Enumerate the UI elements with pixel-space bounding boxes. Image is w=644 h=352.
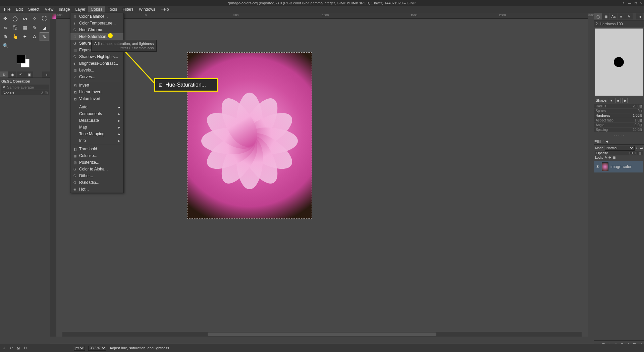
menu-item-threshold[interactable]: ◧Threshold...	[70, 146, 123, 152]
menu-item-desaturate[interactable]: Desaturate▸	[70, 117, 123, 124]
layer-thumbnail[interactable]	[602, 162, 608, 171]
menu-view[interactable]: View	[42, 6, 56, 12]
sample-average-input[interactable]	[7, 85, 48, 89]
fonts-tab[interactable]: Aa	[610, 13, 617, 19]
tool-options-tab[interactable]: ⚙	[0, 71, 8, 78]
brush-preview[interactable]	[595, 29, 643, 96]
warp-tool[interactable]: ⛆	[10, 23, 20, 32]
sample-average-row[interactable]: ✕	[1, 85, 49, 90]
zoom-tool[interactable]: 🔍	[1, 41, 10, 50]
redo-icon[interactable]: ↻	[24, 346, 27, 350]
image-canvas[interactable]	[187, 52, 312, 219]
mode-reset-icon[interactable]: ↻	[636, 146, 639, 150]
mode-select[interactable]: Normal	[605, 146, 635, 151]
layer-name[interactable]: image-color	[610, 164, 632, 169]
menu-image[interactable]: Image	[56, 6, 72, 12]
menu-edit[interactable]: Edit	[13, 6, 25, 12]
color-swatch[interactable]	[17, 55, 30, 68]
configure-tab-icon[interactable]: ◂	[606, 139, 608, 144]
menu-item-dither[interactable]: GDither...	[70, 172, 123, 179]
smudge-tool[interactable]: 👆	[10, 32, 20, 41]
text-tool[interactable]: A	[30, 32, 39, 41]
device-status-tab[interactable]: ◉	[8, 71, 16, 78]
patterns-tab[interactable]: ▦	[602, 13, 609, 19]
path-tool[interactable]: ✦	[20, 32, 30, 41]
radius-row[interactable]: Radius 3 ⊟	[1, 90, 49, 95]
menu-item-color-temperature[interactable]: 🌡Color Temperature...	[70, 20, 123, 27]
move-tool[interactable]: ✥	[1, 14, 10, 23]
close-icon[interactable]: ✕	[640, 1, 643, 5]
shape-circle[interactable]: ●	[609, 98, 614, 103]
menu-item-value-invert[interactable]: ◩Value Invert	[70, 95, 123, 102]
menu-item-color-to-alpha[interactable]: GColor to Alpha...	[70, 166, 123, 172]
slider-hardness[interactable]: Hardness1.00 ⊟	[594, 113, 643, 118]
menu-item-colorize[interactable]: ▦Colorize...	[70, 152, 123, 159]
minimize-icon[interactable]: —	[628, 1, 631, 5]
keep-above-icon[interactable]: ∧	[622, 1, 625, 5]
menu-item-hue-chroma[interactable]: GHue-Chroma...	[70, 27, 123, 33]
mode-toggle-icon[interactable]: ⇄	[640, 146, 643, 150]
configure-tab-icon[interactable]: ◂	[42, 71, 50, 78]
free-select-tool[interactable]: ᔕ	[20, 14, 30, 23]
menu-filters[interactable]: Filters	[120, 6, 136, 12]
menu-file[interactable]: File	[1, 6, 13, 12]
history-tab[interactable]: ≡	[618, 13, 625, 19]
menu-item-posterize[interactable]: ▨Posterize...	[70, 159, 123, 166]
menu-item-info[interactable]: Info▸	[70, 137, 123, 144]
menu-item-levels[interactable]: ▥Levels...	[70, 67, 123, 73]
shape-diamond[interactable]: ◆	[622, 98, 628, 103]
visibility-icon[interactable]: 👁	[596, 164, 600, 169]
paths-tab[interactable]: ⟋	[601, 139, 605, 144]
configure-tab-icon[interactable]: ◂	[636, 13, 643, 19]
menu-colors[interactable]: Colors	[88, 6, 105, 12]
layer-item[interactable]: 👁 image-color	[594, 161, 643, 172]
menu-item-hue-saturation[interactable]: ⊡Hue-Saturation...	[70, 33, 123, 40]
pencil-tool[interactable]: ✎	[30, 23, 39, 32]
fg-color[interactable]	[17, 55, 25, 63]
menu-select[interactable]: Select	[25, 6, 42, 12]
ellipse-select-tool[interactable]: ◯	[10, 14, 20, 23]
menu-item-brightness-contrast[interactable]: ◐Brightness-Contrast...	[70, 60, 123, 67]
menu-item-hot[interactable]: ◉Hot...	[70, 186, 123, 193]
menu-help[interactable]: Help	[158, 6, 172, 12]
lock-position-icon[interactable]: ✥	[608, 156, 611, 159]
cancel-icon[interactable]: ⊠	[17, 346, 20, 350]
panel-divider[interactable]: · · · · ·	[594, 132, 644, 138]
brushes-tab[interactable]: ◯	[594, 13, 602, 19]
unified-transform-tool[interactable]: ▱	[1, 23, 10, 32]
zoom-select[interactable]: 33.3 %	[88, 346, 106, 351]
menu-item-invert[interactable]: ◩Invert	[70, 82, 123, 89]
menu-item-linear-invert[interactable]: ◩Linear Invert	[70, 89, 123, 95]
layers-tab[interactable]: ≡	[594, 139, 597, 144]
menu-item-rgb-clip[interactable]: GRGB Clip...	[70, 179, 123, 186]
opacity-value[interactable]: 100.0	[629, 151, 637, 155]
save-icon[interactable]: ⤓	[3, 346, 6, 350]
menu-item-tone-mapping[interactable]: Tone Mapping▸	[70, 131, 123, 137]
stepper-icon[interactable]: ⊟	[639, 114, 642, 117]
maximize-icon[interactable]: □	[635, 1, 637, 5]
clone-tool[interactable]: ⊕	[1, 32, 10, 41]
gradient-tool[interactable]: ▦	[20, 23, 30, 32]
lock-alpha-icon[interactable]: ▦	[612, 156, 615, 159]
menu-windows[interactable]: Windows	[136, 6, 158, 12]
menu-tools[interactable]: Tools	[105, 6, 120, 12]
menu-layer[interactable]: Layer	[73, 6, 88, 12]
crop-tool[interactable]: ⛶	[40, 14, 49, 23]
fuzzy-select-tool[interactable]: ⁘	[30, 14, 39, 23]
menu-item-curves[interactable]: ⟋Curves...	[70, 73, 123, 80]
menu-item-components[interactable]: Components▸	[70, 110, 123, 117]
shape-square[interactable]: ■	[615, 98, 621, 103]
color-picker-tool[interactable]: ✎	[40, 32, 49, 41]
undo-icon[interactable]: ↶	[10, 346, 13, 350]
lock-pixels-icon[interactable]: ✎	[604, 156, 607, 159]
eraser-tool[interactable]: ◢	[40, 23, 49, 32]
menu-item-map[interactable]: Map▸	[70, 124, 123, 131]
scrollbar-horizontal[interactable]	[62, 332, 582, 337]
canvas-viewport[interactable]	[56, 19, 588, 337]
unit-select[interactable]: px	[74, 346, 85, 351]
undo-history-tab[interactable]: ↶	[17, 71, 25, 78]
menu-item-color-balance[interactable]: ⊟Color Balance...	[70, 13, 123, 20]
images-tab[interactable]: ▣	[25, 71, 33, 78]
editor-tab[interactable]: ✎	[625, 13, 633, 19]
menu-item-shadows-highlights[interactable]: GShadows-Highlights...	[70, 53, 123, 60]
